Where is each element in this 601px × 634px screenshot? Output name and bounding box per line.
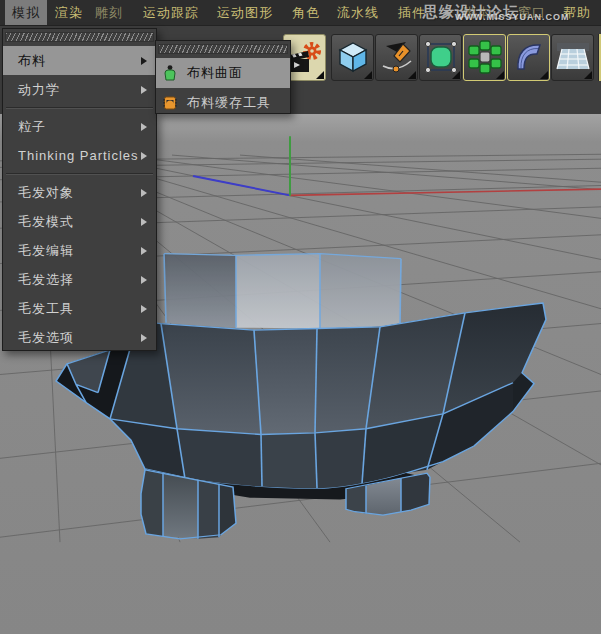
floor-environment-icon [555,39,591,75]
flyout-corner-icon [540,71,548,79]
flyout-corner-icon [584,71,592,79]
menu-pipeline[interactable]: 流水线 [337,0,379,25]
menu-item-hair-tools[interactable]: 毛发工具 [3,294,156,323]
menu-item-cloth[interactable]: 布料 [3,46,156,75]
submenu-item-cloth-surface[interactable]: 布料曲面 [156,58,290,88]
menu-script[interactable]: 脚本 [463,0,491,25]
cloner-mograph-icon [467,39,503,75]
cloner-button[interactable] [463,34,506,81]
flyout-corner-icon [452,71,460,79]
cube-primitive-icon [335,39,371,75]
axis-z [193,176,290,195]
flyout-corner-icon [408,71,416,79]
menu-item-label: 毛发模式 [18,213,141,231]
submenu-arrow-icon [141,152,147,160]
menu-item-hair-mode[interactable]: 毛发模式 [3,207,156,236]
submenu-arrow-icon [141,189,147,197]
menu-item-label: 毛发选项 [18,329,141,347]
menu-mograph[interactable]: 运动图形 [217,0,273,25]
menu-render[interactable]: 渲染 [55,0,83,25]
menu-item-hair-options[interactable]: 毛发选项 [3,323,156,352]
menu-item-hair-edit[interactable]: 毛发编辑 [3,236,156,265]
menu-window[interactable]: 窗口 [518,0,546,25]
submenu-arrow-icon [141,57,147,65]
menu-item-label: 毛发选择 [18,271,141,289]
floor-button[interactable] [551,34,594,81]
bowl-back-wall [164,254,401,329]
menu-item-label: 毛发工具 [18,300,141,318]
menu-character[interactable]: 角色 [292,0,320,25]
cloth-submenu: 布料曲面 布料缓存工具 [155,40,291,114]
cloth-cache-tool-icon [161,94,179,112]
cinema4d-window: { "menu_bar": { "items": [ {"label": "模拟… [0,0,601,634]
menu-item-label: 毛发对象 [18,184,141,202]
tearoff-handle[interactable] [158,44,288,54]
menu-item-hair-objects[interactable]: 毛发对象 [3,178,156,207]
bend-deformer-button[interactable] [507,34,550,81]
submenu-arrow-icon [141,305,147,313]
menu-motion-track[interactable]: 运动跟踪 [143,0,199,25]
submenu-arrow-icon [141,86,147,94]
pen-spline-icon [379,39,415,75]
menu-item-label: 动力学 [18,81,141,99]
flyout-corner-icon [364,71,372,79]
submenu-item-label: 布料缓存工具 [187,94,271,112]
submenu-arrow-icon [141,276,147,284]
menu-item-label: 粒子 [18,118,141,136]
add-cube-button[interactable] [331,34,374,81]
menu-help[interactable]: 帮助 [563,0,591,25]
menu-item-label: 布料 [18,52,141,70]
pen-spline-button[interactable] [375,34,418,81]
menu-sculpt[interactable]: 雕刻 [95,0,123,25]
subdivision-surface-button[interactable] [419,34,462,81]
menu-item-particles[interactable]: 粒子 [3,112,156,141]
tearoff-handle[interactable] [5,32,154,42]
flyout-corner-icon [496,71,504,79]
menu-item-dynamics[interactable]: 动力学 [3,75,156,104]
submenu-item-cloth-cache-tool[interactable]: 布料缓存工具 [156,88,290,118]
menu-item-label: Thinking Particles [18,148,141,163]
submenu-arrow-icon [141,218,147,226]
menu-item-hair-select[interactable]: 毛发选择 [3,265,156,294]
cloth-surface-icon [161,64,179,82]
submenu-arrow-icon [141,123,147,131]
subdivision-surface-icon [423,39,459,75]
submenu-arrow-icon [141,334,147,342]
bend-deformer-icon [511,39,547,75]
submenu-arrow-icon [141,247,147,255]
menu-bar: 模拟 渲染 雕刻 运动跟踪 运动图形 角色 流水线 插件 脚本 窗口 帮助 [0,0,601,26]
flyout-corner-icon [316,71,324,79]
simulate-dropdown-menu: 布料 动力学 粒子 Thinking Particles 毛发对象 毛发模式 毛… [2,28,157,351]
menu-separator [6,107,153,109]
menu-separator [6,173,153,175]
menu-plugins[interactable]: 插件 [398,0,426,25]
submenu-item-label: 布料曲面 [187,64,243,82]
menu-simulate[interactable]: 模拟 [5,0,47,25]
menu-item-label: 毛发编辑 [18,242,141,260]
menu-item-thinking-particles[interactable]: Thinking Particles [3,141,156,170]
